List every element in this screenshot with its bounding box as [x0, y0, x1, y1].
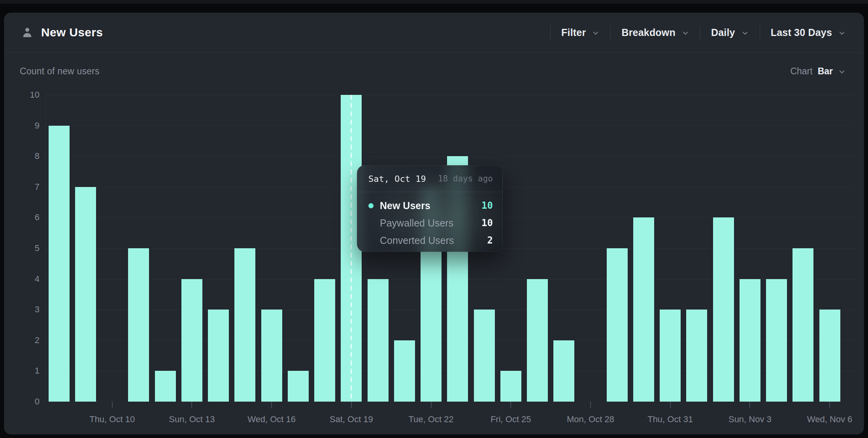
tooltip-date: Sat, Oct 19	[368, 174, 426, 184]
bar[interactable]	[49, 126, 70, 402]
bar[interactable]	[633, 217, 654, 402]
filter-label: Filter	[561, 27, 586, 38]
x-axis-tick	[510, 402, 511, 408]
bar[interactable]	[474, 310, 495, 402]
chart-type-value: Bar	[818, 66, 833, 77]
bar[interactable]	[155, 371, 176, 402]
card-header: New Users Filter Breakdown Daily	[4, 13, 864, 52]
chevron-down-icon	[838, 29, 846, 37]
y-axis-tick-label: 6	[11, 212, 40, 223]
x-axis-tick-label: Fri, Oct 25	[491, 414, 531, 425]
y-axis-tick-label: 7	[11, 182, 40, 192]
bar[interactable]	[75, 187, 96, 402]
interval-dropdown[interactable]: Daily	[700, 27, 760, 38]
tooltip-rows: New Users 10 Paywalled Users 10 Converte…	[357, 192, 502, 249]
hover-dashed-line	[351, 95, 352, 402]
chevron-down-icon	[741, 29, 749, 37]
y-axis-tick-label: 4	[11, 274, 40, 284]
bar[interactable]	[288, 371, 309, 402]
x-axis-tick-label: Sat, Oct 19	[330, 414, 373, 425]
chart-type-dropdown[interactable]: Chart Bar	[788, 66, 848, 77]
tooltip-header: Sat, Oct 19 18 days ago	[357, 166, 502, 192]
bar[interactable]	[394, 340, 415, 402]
y-axis-tick-label: 5	[11, 243, 40, 253]
interval-label: Daily	[711, 27, 735, 38]
y-axis-tick-label: 9	[11, 121, 40, 131]
x-axis-tick	[829, 402, 830, 408]
tooltip-relative-time: 18 days ago	[438, 174, 493, 183]
y-axis-tick-label: 0	[11, 396, 40, 407]
x-axis-tick	[749, 402, 750, 408]
gridline	[45, 126, 855, 126]
x-axis-tick	[431, 402, 432, 408]
x-axis-tick	[351, 402, 352, 408]
x-axis-tick-label: Wed, Nov 6	[807, 414, 853, 425]
header-divider	[4, 52, 864, 53]
tooltip-row-label: Converted Users	[380, 235, 454, 246]
x-axis-tick	[112, 402, 113, 408]
chart-tooltip: Sat, Oct 19 18 days ago New Users 10 Pay…	[357, 165, 503, 252]
bar[interactable]	[607, 248, 628, 402]
x-axis-tick-label: Sun, Nov 3	[728, 414, 772, 425]
x-axis-tick-label: Wed, Oct 16	[247, 414, 296, 425]
bar[interactable]	[766, 279, 787, 402]
bar[interactable]	[500, 371, 521, 402]
bar[interactable]	[128, 248, 149, 402]
tooltip-row-converted-users: Converted Users 2	[368, 232, 493, 249]
card-title: New Users	[41, 26, 103, 39]
chevron-down-icon	[838, 68, 846, 76]
chevron-down-icon	[592, 29, 600, 37]
y-axis-tick-label: 10	[11, 90, 40, 100]
filter-dropdown[interactable]: Filter	[551, 27, 610, 38]
date-range-label: Last 30 Days	[771, 27, 832, 38]
tooltip-row-new-users: New Users 10	[368, 197, 493, 214]
chart-type-caption: Chart	[790, 66, 812, 77]
y-axis-tick-label: 1	[11, 366, 40, 376]
chart-subheader: Count of new users Chart Bar	[4, 59, 864, 83]
tooltip-row-value: 10	[481, 217, 493, 228]
card-header-left: New Users	[21, 26, 103, 39]
bar[interactable]	[527, 279, 548, 402]
bar[interactable]	[368, 279, 389, 402]
bar[interactable]	[686, 310, 707, 402]
bar[interactable]	[793, 248, 813, 402]
bar[interactable]	[740, 279, 760, 402]
x-axis-tick-label: Mon, Oct 28	[567, 414, 614, 425]
x-axis-tick	[670, 402, 671, 408]
bar[interactable]	[713, 217, 734, 402]
tooltip-row-value: 2	[487, 235, 493, 246]
x-axis-tick-label: Sun, Oct 13	[169, 414, 215, 425]
bar[interactable]	[553, 340, 574, 402]
breakdown-dropdown[interactable]: Breakdown	[611, 27, 700, 38]
x-axis-tick	[191, 402, 192, 408]
tooltip-row-value: 10	[481, 200, 493, 211]
x-axis-tick-label: Tue, Oct 22	[408, 414, 453, 425]
chevron-down-icon	[681, 29, 689, 37]
x-axis-tick	[590, 402, 591, 408]
x-axis-tick	[271, 402, 272, 408]
bar[interactable]	[234, 248, 255, 402]
gridline	[45, 95, 855, 95]
bar[interactable]	[660, 310, 681, 402]
y-axis-line	[45, 95, 46, 402]
tooltip-row-label: New Users	[380, 200, 430, 211]
user-icon	[21, 26, 34, 39]
series-dot-icon	[368, 203, 374, 208]
bar[interactable]	[314, 279, 335, 402]
metric-label: Count of new users	[20, 66, 100, 77]
breakdown-label: Breakdown	[621, 27, 676, 38]
analytics-page: New Users Filter Breakdown Daily	[0, 0, 868, 438]
tooltip-row-paywalled-users: Paywalled Users 10	[368, 214, 493, 232]
y-axis-tick-label: 3	[11, 304, 40, 315]
bar[interactable]	[819, 310, 840, 402]
y-axis-tick-label: 2	[11, 335, 40, 345]
x-axis-tick-label: Thu, Oct 10	[89, 414, 135, 425]
y-axis-tick-label: 8	[11, 151, 40, 161]
bar[interactable]	[181, 279, 202, 402]
date-range-dropdown[interactable]: Last 30 Days	[760, 27, 848, 38]
x-axis-tick-label: Thu, Oct 31	[647, 414, 693, 425]
tooltip-row-label: Paywalled Users	[380, 217, 453, 229]
header-controls: Filter Breakdown Daily Las	[550, 25, 848, 40]
bar[interactable]	[208, 310, 229, 402]
bar[interactable]	[261, 310, 282, 402]
